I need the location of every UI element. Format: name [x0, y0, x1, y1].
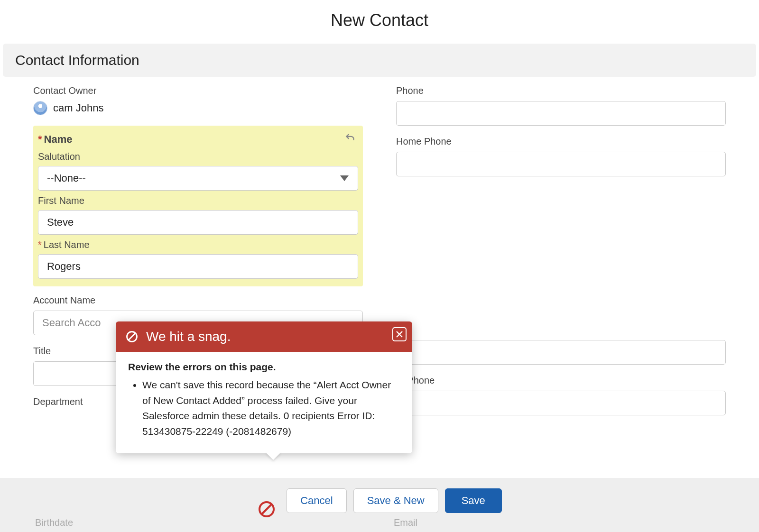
svg-line-6	[262, 504, 271, 514]
salutation-select[interactable]	[38, 166, 358, 191]
error-message-item: We can't save this record because the “A…	[142, 377, 400, 439]
save-and-new-button[interactable]: Save & New	[353, 488, 438, 513]
mobile-input[interactable]	[396, 340, 726, 365]
home-phone-input[interactable]	[396, 152, 726, 176]
section-header: Contact Information	[3, 44, 756, 77]
error-review-text: Review the errors on this page.	[128, 361, 400, 373]
undo-icon[interactable]	[344, 131, 356, 144]
contact-owner-value: cam Johns	[53, 102, 103, 114]
mobile-field: bile	[396, 324, 726, 365]
other-phone-label: er Phone	[396, 375, 726, 386]
phone-input[interactable]	[396, 101, 726, 126]
error-title: We hit a snag.	[146, 329, 231, 344]
home-phone-label: Home Phone	[396, 136, 726, 147]
other-phone-field: er Phone	[396, 375, 726, 415]
contact-owner-field: Contact Owner cam Johns	[33, 85, 363, 115]
salutation-label: Salutation	[38, 151, 358, 162]
email-label-cut: Email	[394, 517, 417, 528]
name-group-title: *Name	[38, 133, 358, 146]
ban-icon	[257, 500, 276, 519]
avatar-icon	[33, 101, 47, 115]
required-asterisk: *	[38, 133, 42, 145]
contact-owner-label: Contact Owner	[33, 85, 363, 96]
first-name-input[interactable]	[38, 210, 358, 235]
save-button[interactable]: Save	[445, 488, 502, 513]
footer: Cancel Save & New Save Birthdate Email	[0, 478, 759, 532]
account-name-label: Account Name	[33, 295, 363, 306]
svg-line-2	[129, 333, 135, 340]
page-title: New Contact	[0, 0, 759, 44]
mobile-label: bile	[396, 324, 726, 335]
first-name-label: First Name	[38, 195, 358, 206]
cancel-button[interactable]: Cancel	[287, 488, 346, 513]
close-icon[interactable]	[392, 327, 407, 341]
right-column: Phone Home Phone bile er Phone	[396, 85, 726, 426]
last-name-label: *Last Name	[38, 239, 358, 250]
home-phone-field: Home Phone	[396, 136, 726, 176]
error-popover: We hit a snag. Review the errors on this…	[116, 321, 412, 453]
ban-icon	[125, 330, 139, 343]
last-name-input[interactable]	[38, 254, 358, 279]
popover-pointer	[266, 452, 281, 460]
other-phone-input[interactable]	[396, 391, 726, 415]
error-body: Review the errors on this page. We can't…	[116, 352, 412, 453]
error-popover-header: We hit a snag.	[116, 321, 412, 352]
phone-field: Phone	[396, 85, 726, 126]
phone-label: Phone	[396, 85, 726, 96]
name-group: *Name Salutation First Name *Last Name	[33, 126, 363, 286]
required-asterisk: *	[38, 239, 42, 250]
birthdate-label-cut: Birthdate	[35, 517, 73, 528]
